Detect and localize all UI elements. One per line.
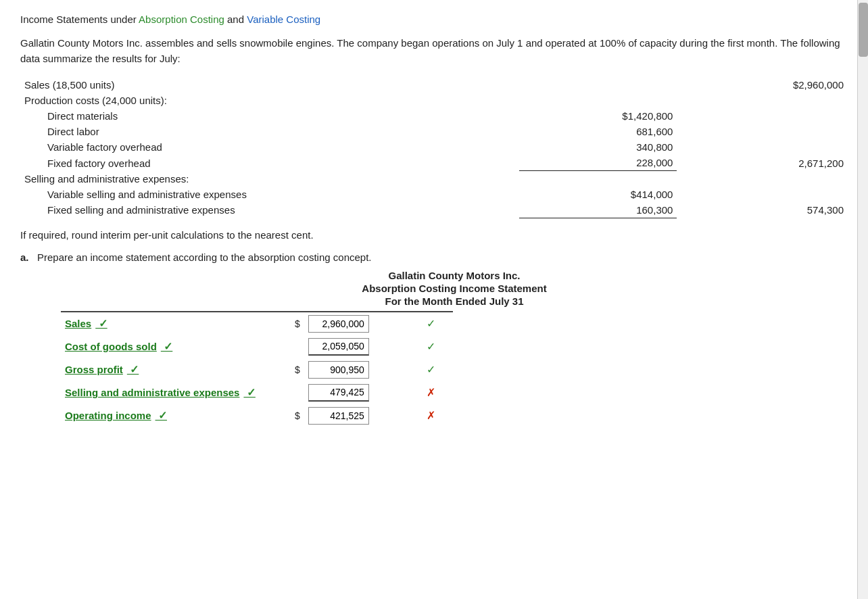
- part-a-text: Prepare an income statement according to…: [37, 251, 371, 263]
- check-icon-2: ✓: [427, 364, 435, 375]
- stmt-input-0[interactable]: [308, 315, 369, 333]
- income-statement-table: Sales ✓$✓Cost of goods sold ✓✓Gross prof…: [61, 311, 453, 427]
- stmt-dollar-1: [291, 335, 304, 358]
- variable-overhead-value: 340,800: [519, 139, 677, 155]
- note-text: If required, round interim per-unit calc…: [20, 229, 848, 241]
- stmt-label-1: Cost of goods sold ✓: [61, 335, 291, 358]
- sales-label: Sales (18,500 units): [20, 77, 519, 93]
- fixed-selling-label: Fixed selling and administrative expense…: [20, 202, 519, 218]
- stmt-dollar-3: [291, 381, 304, 404]
- stmt-icon-cell-0: ✓: [418, 312, 453, 335]
- part-a-instruction: a. Prepare an income statement according…: [20, 251, 848, 263]
- label-check-icon-0: ✓: [95, 318, 107, 329]
- stmt-icon-cell-2: ✓: [418, 358, 453, 381]
- variable-costing-link[interactable]: Variable Costing: [247, 14, 320, 25]
- fixed-selling-value: 160,300: [519, 202, 677, 218]
- check-icon-0: ✓: [427, 318, 435, 329]
- selling-admin-label: Selling and administrative expenses:: [20, 171, 519, 187]
- data-table: Sales (18,500 units) $2,960,000 Producti…: [20, 77, 848, 218]
- statement-period: For the Month Ended July 31: [61, 295, 848, 307]
- stmt-icon-cell-3: ✗: [418, 381, 453, 404]
- fixed-overhead-total: 2,671,200: [677, 155, 848, 171]
- stmt-input-cell-4[interactable]: [304, 404, 418, 427]
- stmt-input-cell-2[interactable]: [304, 358, 418, 381]
- direct-labor-label: Direct labor: [20, 124, 519, 139]
- stmt-dollar-0: $: [291, 312, 304, 335]
- statement-title: Absorption Costing Income Statement: [61, 283, 848, 294]
- variable-selling-value: $414,000: [519, 187, 677, 202]
- stmt-row-2: Gross profit ✓$✓: [61, 358, 453, 381]
- direct-labor-value: 681,600: [519, 124, 677, 139]
- label-check-icon-1: ✓: [161, 341, 172, 352]
- description-text: Gallatin County Motors Inc. assembles an…: [20, 36, 848, 66]
- scrollbar[interactable]: [857, 0, 868, 441]
- stmt-dollar-4: $: [291, 404, 304, 427]
- stmt-row-4: Operating income ✓$✗: [61, 404, 453, 427]
- stmt-input-2[interactable]: [308, 361, 369, 379]
- stmt-input-1[interactable]: [308, 338, 369, 356]
- sales-value: $2,960,000: [677, 77, 848, 93]
- stmt-icon-cell-1: ✓: [418, 335, 453, 358]
- check-icon-1: ✓: [427, 341, 435, 352]
- stmt-label-0: Sales ✓: [61, 312, 291, 335]
- variable-overhead-label: Variable factory overhead: [20, 139, 519, 155]
- absorption-costing-link[interactable]: Absorption Costing: [139, 14, 224, 25]
- label-check-icon-3: ✓: [243, 387, 255, 398]
- label-check-icon-4: ✓: [155, 410, 167, 421]
- label-check-icon-2: ✓: [127, 364, 139, 375]
- fixed-overhead-value: 228,000: [519, 155, 677, 171]
- stmt-row-0: Sales ✓$✓: [61, 312, 453, 335]
- title-and: and: [227, 14, 244, 25]
- sales-spacer: [519, 77, 677, 93]
- stmt-row-3: Selling and administrative expenses ✓✗: [61, 381, 453, 404]
- direct-materials-value: $1,420,800: [519, 108, 677, 124]
- stmt-dollar-2: $: [291, 358, 304, 381]
- cross-icon-4: ✗: [427, 410, 435, 421]
- company-name: Gallatin County Motors Inc.: [61, 270, 848, 281]
- stmt-label-4: Operating income ✓: [61, 404, 291, 427]
- stmt-input-cell-0[interactable]: [304, 312, 418, 335]
- fixed-selling-total: 574,300: [677, 202, 848, 218]
- title-prefix: Income Statements under: [20, 14, 137, 25]
- direct-materials-label: Direct materials: [20, 108, 519, 124]
- stmt-input-3[interactable]: [308, 384, 369, 402]
- stmt-label-3: Selling and administrative expenses ✓: [61, 381, 291, 404]
- stmt-input-cell-1[interactable]: [304, 335, 418, 358]
- part-a: a. Prepare an income statement according…: [20, 251, 848, 427]
- stmt-label-2: Gross profit ✓: [61, 358, 291, 381]
- statement-container: Gallatin County Motors Inc. Absorption C…: [61, 270, 848, 427]
- cross-icon-3: ✗: [427, 387, 435, 398]
- variable-selling-label: Variable selling and administrative expe…: [20, 187, 519, 202]
- stmt-icon-cell-4: ✗: [418, 404, 453, 427]
- scrollbar-thumb[interactable]: [859, 3, 868, 57]
- stmt-input-cell-3[interactable]: [304, 381, 418, 404]
- title-line: Income Statements under Absorption Costi…: [20, 14, 848, 25]
- fixed-overhead-label: Fixed factory overhead: [20, 155, 519, 171]
- part-a-label: a.: [20, 251, 29, 263]
- stmt-row-1: Cost of goods sold ✓✓: [61, 335, 453, 358]
- production-label: Production costs (24,000 units):: [20, 93, 519, 108]
- stmt-input-4[interactable]: [308, 407, 369, 425]
